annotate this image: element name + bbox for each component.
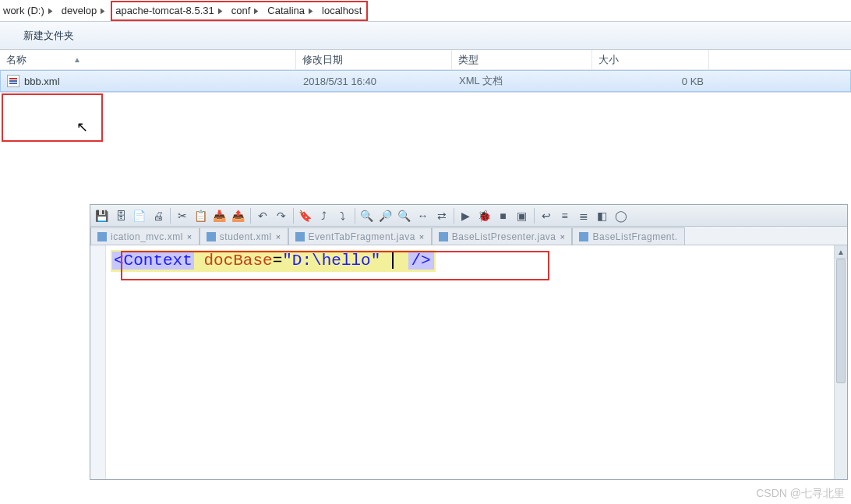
close-icon[interactable]: × xyxy=(560,232,566,241)
file-tab-icon xyxy=(97,232,107,241)
col-name[interactable]: 名称▲ xyxy=(0,50,296,70)
close-icon[interactable]: × xyxy=(276,232,281,241)
watermark: CSDN @七寻北里 xyxy=(756,487,845,501)
file-tab-icon xyxy=(207,232,216,241)
file-name-label: bbb.xml xyxy=(24,76,60,87)
file-row[interactable]: bbb.xml 2018/5/31 16:40 XML 文档 0 KB xyxy=(0,70,851,92)
replace-all-icon[interactable]: ⇄ xyxy=(433,207,450,224)
code-editor: 💾 🗄 📄 🖨 ✂ 📋 📥 📤 ↶ ↷ 🔖 ⤴ ⤵ 🔍 🔎 🔍 ↔ ⇄ ▶ 🐞 … xyxy=(90,204,848,480)
replace-icon[interactable]: ↔ xyxy=(415,207,432,224)
tab-student[interactable]: student.xml× xyxy=(200,227,288,245)
print-icon[interactable]: 🖨 xyxy=(150,207,167,224)
save-icon[interactable]: 💾 xyxy=(94,207,111,224)
undo-icon[interactable]: ↶ xyxy=(254,207,271,224)
tab-baselistpresenter[interactable]: BaseListPresenter.java× xyxy=(432,227,573,245)
xml-attr-name: docBase xyxy=(203,252,272,270)
file-name-cell: bbb.xml xyxy=(1,75,297,87)
scroll-thumb[interactable] xyxy=(836,259,846,383)
copy-icon[interactable]: 📄 xyxy=(131,207,148,224)
address-bar[interactable]: work (D:)▶ develop▶ apache-tomcat-8.5.31… xyxy=(0,0,851,22)
vertical-scrollbar[interactable]: ▲ xyxy=(834,245,847,479)
editor-toolbar: 💾 🗄 📄 🖨 ✂ 📋 📥 📤 ↶ ↷ 🔖 ⤴ ⤵ 🔍 🔎 🔍 ↔ ⇄ ▶ 🐞 … xyxy=(90,205,847,227)
editor-body: <Context docBase="D:\hello" /> ▲ xyxy=(90,245,847,479)
file-tab-icon xyxy=(579,232,588,241)
file-tab-icon xyxy=(439,232,448,241)
more-icon[interactable]: ◯ xyxy=(613,207,630,224)
bookmark-prev-icon[interactable]: ⤴ xyxy=(316,207,333,224)
cut-icon[interactable]: ✂ xyxy=(174,207,191,224)
file-list: bbb.xml 2018/5/31 16:40 XML 文档 0 KB xyxy=(0,70,851,92)
chevron-right-icon: ▶ xyxy=(255,6,260,15)
find-prev-icon[interactable]: 🔍 xyxy=(396,207,413,224)
scroll-up-icon[interactable]: ▲ xyxy=(835,245,847,259)
sort-arrow-icon: ▲ xyxy=(73,55,81,64)
tab-eventtab[interactable]: EventTabFragment.java× xyxy=(288,227,432,245)
symbols-icon[interactable]: ◧ xyxy=(594,207,611,224)
column-headers: 名称▲ 修改日期 类型 大小 xyxy=(0,50,851,70)
new-folder-button[interactable]: 新建文件夹 xyxy=(23,29,74,43)
breadcrumb-develop[interactable]: develop▶ xyxy=(58,2,111,20)
tab-ication-mvc[interactable]: ication_mvc.xml× xyxy=(90,227,200,245)
debug-icon[interactable]: 🐞 xyxy=(476,207,493,224)
copy2-icon[interactable]: 📋 xyxy=(192,207,210,224)
breadcrumb-work-d[interactable]: work (D:)▶ xyxy=(0,2,58,20)
col-modified[interactable]: 修改日期 xyxy=(296,50,452,70)
chevron-right-icon: ▶ xyxy=(309,6,313,15)
format-icon[interactable]: ≡ xyxy=(556,207,574,224)
redo-icon[interactable]: ↷ xyxy=(273,207,290,224)
explorer: work (D:)▶ develop▶ apache-tomcat-8.5.31… xyxy=(0,0,851,93)
col-type[interactable]: 类型 xyxy=(452,50,592,70)
breadcrumb-tomcat[interactable]: apache-tomcat-8.5.31▶ xyxy=(112,2,228,20)
stop-icon[interactable]: ■ xyxy=(495,207,512,224)
explorer-toolbar: 新建文件夹 xyxy=(0,22,851,50)
run-icon[interactable]: ▶ xyxy=(457,207,475,224)
format2-icon[interactable]: ≣ xyxy=(575,207,592,224)
bookmark-next-icon[interactable]: ⤵ xyxy=(334,207,351,224)
breadcrumb-localhost[interactable]: localhost xyxy=(319,2,366,20)
xml-file-icon xyxy=(7,75,19,87)
breadcrumb-highlight-box: apache-tomcat-8.5.31▶ conf▶ Catalina▶ lo… xyxy=(111,1,368,21)
breadcrumb-conf[interactable]: conf▶ xyxy=(228,2,265,20)
editor-gutter xyxy=(90,245,106,479)
xml-open-tag: <Context xyxy=(112,252,194,270)
chevron-right-icon: ▶ xyxy=(101,6,105,15)
find-icon[interactable]: 🔍 xyxy=(358,207,376,224)
editor-tabs: ication_mvc.xml× student.xml× EventTabFr… xyxy=(90,227,847,245)
xml-close-tag: /> xyxy=(408,252,434,270)
terminal-icon[interactable]: ▣ xyxy=(514,207,531,224)
breadcrumb-catalina[interactable]: Catalina▶ xyxy=(264,2,319,20)
paste-icon[interactable]: 📥 xyxy=(211,207,228,224)
chevron-right-icon: ▶ xyxy=(218,6,223,15)
chevron-right-icon: ▶ xyxy=(48,6,53,15)
text-caret xyxy=(392,252,394,269)
file-tab-icon xyxy=(295,232,305,241)
xml-attr-value: "D:\hello" xyxy=(282,252,380,270)
file-modified-cell: 2018/5/31 16:40 xyxy=(297,76,453,87)
file-size-cell: 0 KB xyxy=(593,76,710,87)
editor-text-area[interactable]: <Context docBase="D:\hello" /> xyxy=(106,245,834,479)
find-next-icon[interactable]: 🔎 xyxy=(377,207,394,224)
save-all-icon[interactable]: 🗄 xyxy=(112,207,129,224)
paste2-icon[interactable]: 📤 xyxy=(230,207,247,224)
wrap-icon[interactable]: ↩ xyxy=(538,207,555,224)
close-icon[interactable]: × xyxy=(187,232,192,241)
tab-baselistfragment[interactable]: BaseListFragment. xyxy=(572,227,684,245)
close-icon[interactable]: × xyxy=(419,232,425,241)
col-size[interactable]: 大小 xyxy=(592,50,709,70)
file-type-cell: XML 文档 xyxy=(453,74,593,88)
bookmark-icon[interactable]: 🔖 xyxy=(297,207,314,224)
